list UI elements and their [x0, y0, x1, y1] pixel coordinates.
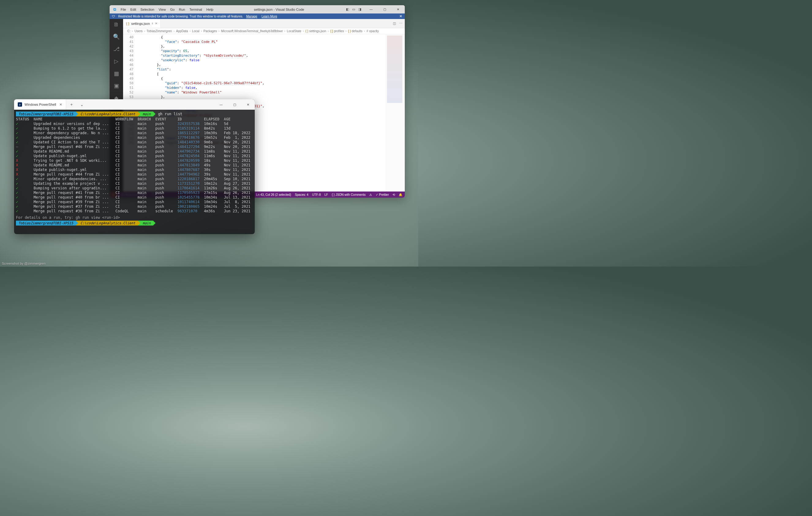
- dirty-indicator: 1: [152, 22, 153, 25]
- run-row: ✓ Merge pull request #40 from br ... CI …: [16, 195, 253, 200]
- prompt-path: C:\code\LogAnalytics.Client: [78, 221, 138, 225]
- breadcrumb-segment[interactable]: TobiasZimmergren: [147, 29, 172, 33]
- breadcrumb-segment[interactable]: Microsoft.WindowsTerminal_8wekyb3d8bbwe: [221, 29, 283, 33]
- close-button[interactable]: ✕: [241, 99, 255, 110]
- search-icon[interactable]: 🔍: [113, 33, 120, 40]
- maximize-button[interactable]: ▢: [378, 5, 391, 13]
- breadcrumb-segment[interactable]: LocalState: [287, 29, 301, 33]
- run-row: ✓ Upgraded dependencies CI main push 177…: [16, 135, 253, 140]
- feedback-icon[interactable]: ⚠: [369, 193, 372, 196]
- prompt-user: TobiasZimmergren@TOBI-XPS15: [16, 221, 76, 225]
- remote-icon[interactable]: ▣: [114, 82, 119, 89]
- run-row: ✓ Merge pull request #41 from Zi ... CI …: [16, 191, 253, 195]
- powershell-icon: ≥: [18, 102, 22, 107]
- command-text: gh run list: [155, 112, 182, 116]
- panel-right-icon[interactable]: ◨: [357, 7, 362, 11]
- run-row: ✓ Minor update of dependencies. ... CI m…: [16, 177, 253, 182]
- menu-go[interactable]: Go: [170, 8, 175, 11]
- tab-close-icon[interactable]: ✕: [155, 22, 157, 25]
- breadcrumb-segment[interactable]: { } settings.json: [305, 29, 326, 33]
- panel-left-icon[interactable]: ◧: [345, 7, 350, 11]
- tab-dropdown-button[interactable]: ⌄: [77, 99, 87, 110]
- run-row: X Merge pull request #44 from Zi ... CI …: [16, 172, 253, 177]
- tab-label: settings.json: [131, 22, 150, 25]
- menu-view[interactable]: View: [158, 8, 166, 11]
- terminal-tab-close-icon[interactable]: ✕: [59, 103, 62, 107]
- manage-link[interactable]: Manage: [246, 15, 257, 18]
- tab-bar: { } settings.json 1 ✕ ◫ ⋯: [123, 19, 405, 28]
- breadcrumb-segment[interactable]: { } defaults: [348, 29, 362, 33]
- run-row: ✓ Updating the example project v ... CI …: [16, 182, 253, 186]
- banner-text: Restricted Mode is intended for safe cod…: [118, 15, 243, 18]
- gh-run-table: STATUS NAME WORKFLOW BRANCH EVENT ID ELA…: [16, 117, 253, 214]
- menu-terminal[interactable]: Terminal: [190, 8, 202, 11]
- breadcrumb-segment[interactable]: Packages: [203, 29, 217, 33]
- breadcrumb-segment[interactable]: AppData: [176, 29, 188, 33]
- new-tab-button[interactable]: ＋: [66, 99, 77, 110]
- run-row: X Update publish-nuget.yml CI main push …: [16, 168, 253, 172]
- run-row: – Merge pull request #46 from Zi ... CI …: [16, 145, 253, 149]
- breadcrumbs[interactable]: C:›Users›TobiasZimmergren›AppData›Local›…: [123, 28, 405, 34]
- run-row: ✓ Update README.md CI main push 14479027…: [16, 149, 253, 154]
- minimize-button[interactable]: —: [365, 5, 378, 13]
- prompt-path: C:\code\LogAnalytics.Client: [78, 111, 138, 116]
- run-row: ✓ Minor dependency upgrade. No n ... CI …: [16, 131, 253, 135]
- json-file-icon: { }: [126, 22, 129, 25]
- breadcrumb-segment[interactable]: { } profiles: [330, 29, 344, 33]
- layout-controls[interactable]: ◧ ▭ ◨: [345, 7, 362, 11]
- prompt-branch: main: [140, 221, 153, 225]
- vscode-titlebar: ⧉ FileEditSelectionViewGoRunTerminalHelp…: [110, 5, 405, 13]
- breadcrumb-segment[interactable]: Local: [192, 29, 199, 33]
- maximize-button[interactable]: ▢: [228, 99, 241, 110]
- menu-edit[interactable]: Edit: [130, 8, 136, 11]
- minimap[interactable]: [385, 34, 405, 191]
- learn-more-link[interactable]: Learn More: [261, 15, 277, 18]
- prompt-line-idle: TobiasZimmergren@TOBI-XPS15 C:\code\LogA…: [16, 221, 253, 225]
- indent-status[interactable]: Spaces: 4: [295, 193, 308, 196]
- run-row: ✓ Bumping to 6.1.2 to get the la... CI m…: [16, 126, 253, 131]
- menu-run[interactable]: Run: [179, 8, 185, 11]
- extensions-icon[interactable]: ▦: [114, 70, 119, 77]
- run-footer: For details on a run, try: gh run view <…: [16, 215, 253, 220]
- run-row: ✓ Merge pull request #37 from Zi ... CI …: [16, 205, 253, 209]
- tab-settings-json[interactable]: { } settings.json 1 ✕: [123, 19, 161, 28]
- prompt-branch: main: [140, 111, 153, 116]
- encoding-status[interactable]: UTF-8: [312, 193, 321, 196]
- attribution: Screenshot by @zimmergren: [2, 262, 46, 265]
- breadcrumb-segment[interactable]: Users: [135, 29, 142, 33]
- menu-file[interactable]: File: [121, 8, 126, 11]
- restricted-mode-banner: 🛡 Restricted Mode is intended for safe c…: [110, 13, 405, 19]
- run-row: X Trying to get .NET 6 SDK worki... CI m…: [16, 158, 253, 163]
- terminal-body[interactable]: TobiasZimmergren@TOBI-XPS15 C:\code\LogA…: [14, 110, 255, 234]
- prompt-line: TobiasZimmergren@TOBI-XPS15 C:\code\LogA…: [16, 111, 253, 116]
- bell-icon[interactable]: 🔔: [399, 193, 402, 196]
- run-row: ✓ Update publish-nuget.yml CI main push …: [16, 154, 253, 158]
- window-title: settings.json - Visual Studio Code: [213, 8, 345, 11]
- prompt-user: TobiasZimmergren@TOBI-XPS15: [16, 111, 76, 116]
- run-debug-icon[interactable]: ▷: [114, 58, 118, 65]
- split-editor-icon[interactable]: ◫: [393, 22, 396, 25]
- sync-icon[interactable]: ⟲: [393, 193, 395, 196]
- prettier-status[interactable]: ✓ Prettier: [376, 193, 389, 196]
- shield-icon: 🛡: [112, 15, 115, 18]
- source-control-icon[interactable]: ⎇: [113, 46, 120, 52]
- run-row: ✓ Merge pull request #39 from Zi ... CI …: [16, 200, 253, 205]
- eol-status[interactable]: LF: [324, 193, 328, 196]
- breadcrumb-segment[interactable]: # opacity: [367, 29, 379, 33]
- terminal-tab-powershell[interactable]: ≥ Windows PowerShell ✕: [14, 99, 66, 110]
- vscode-logo-icon: ⧉: [110, 7, 119, 12]
- language-mode[interactable]: { } JSON with Comments: [331, 193, 366, 196]
- run-row: ✓ Bumping version after upgradin... CI m…: [16, 186, 253, 191]
- menu-help[interactable]: Help: [206, 8, 213, 11]
- menu-selection[interactable]: Selection: [141, 8, 154, 11]
- run-row: X Update README.md CI main push 14478138…: [16, 163, 253, 168]
- more-actions-icon[interactable]: ⋯: [399, 22, 402, 25]
- close-button[interactable]: ✕: [391, 5, 405, 13]
- run-row: ✓ Updated CI Action to add the T ... CI …: [16, 140, 253, 145]
- panel-bottom-icon[interactable]: ▭: [351, 7, 356, 11]
- explorer-icon[interactable]: 🗎: [114, 22, 119, 28]
- breadcrumb-segment[interactable]: C:: [127, 29, 130, 33]
- banner-close-icon[interactable]: ✕: [399, 14, 402, 18]
- minimize-button[interactable]: —: [214, 99, 228, 110]
- cursor-position[interactable]: Ln 43, Col 26 (2 selected): [256, 193, 291, 196]
